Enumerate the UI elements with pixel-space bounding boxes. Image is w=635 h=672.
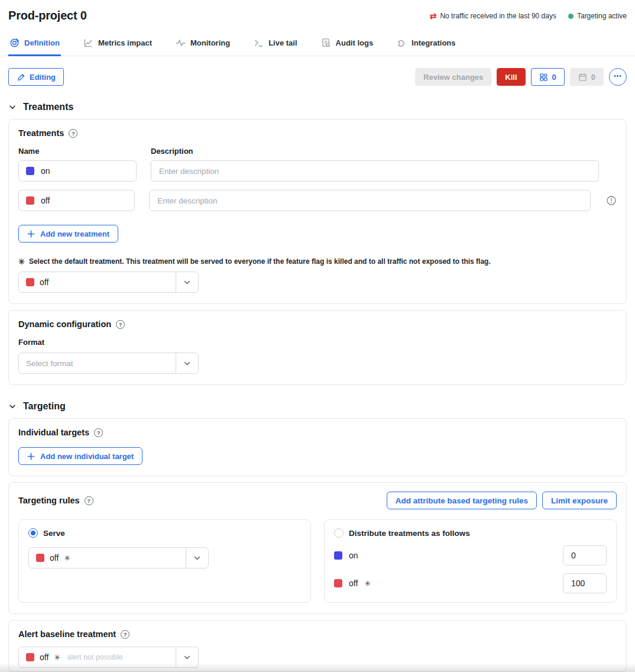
treatment-name-field[interactable] — [18, 160, 137, 182]
select-chevron-zone — [176, 647, 198, 667]
help-icon[interactable]: ? — [69, 129, 77, 138]
targeting-rules-card: Targeting rules ? Add attribute based ta… — [8, 482, 627, 614]
distribute-radio-row[interactable]: Distribute treatments as follows — [334, 528, 607, 538]
default-marker-icon: ✳ — [54, 654, 60, 661]
plus-icon — [27, 453, 35, 460]
treatment-description-input[interactable] — [149, 190, 591, 211]
distribute-treatment-name: off — [349, 579, 358, 588]
distribute-treatment-name: on — [349, 551, 358, 560]
serve-radio-row[interactable]: Serve — [28, 528, 301, 538]
serve-radio[interactable] — [28, 528, 38, 538]
alert-baseline-card: Alert baseline treatment ? off ✳ alert n… — [8, 620, 627, 672]
targeting-rules-title: Targeting rules ? — [18, 496, 93, 505]
feature-flag-definition-page: Prod-project 0 ⇄ No traffic received in … — [0, 0, 635, 672]
treatment-color-swatch — [26, 167, 34, 175]
treatments-card: Treatments ? Name Description — [8, 119, 627, 304]
status-area: ⇄ No traffic received in the last 90 day… — [430, 12, 627, 20]
help-icon[interactable]: ? — [94, 428, 103, 437]
card-title-text: Targeting rules — [18, 496, 80, 505]
distribute-percentage-input[interactable] — [563, 545, 607, 566]
chevron-down-icon — [183, 653, 192, 662]
serve-label: Serve — [43, 529, 65, 538]
terminal-icon — [254, 38, 264, 48]
scheduled-changes-button[interactable]: 0 — [570, 68, 604, 86]
card-title-text: Individual targets — [18, 428, 89, 437]
help-icon[interactable]: ? — [121, 630, 129, 639]
chevron-down-icon — [183, 359, 192, 368]
chevron-down-icon — [193, 554, 202, 563]
review-changes-button[interactable]: Review changes — [415, 68, 491, 86]
help-glyph: ? — [72, 130, 75, 137]
distribute-radio[interactable] — [334, 528, 344, 538]
tab-audit-logs[interactable]: Audit logs — [320, 34, 375, 56]
page-title: Prod-project 0 — [8, 9, 87, 22]
help-icon[interactable]: ? — [85, 496, 93, 505]
add-new-treatment-button[interactable]: Add new treatment — [18, 225, 118, 243]
tab-label: Definition — [24, 38, 60, 47]
help-glyph: ? — [124, 631, 127, 638]
add-new-individual-target-button[interactable]: Add new individual target — [18, 447, 142, 465]
treatment-row — [18, 160, 617, 182]
description-column-header: Description — [151, 147, 193, 156]
grid-icon — [539, 73, 548, 82]
treatment-color-swatch — [334, 551, 342, 560]
add-attribute-rules-button[interactable]: Add attribute based targeting rules — [387, 492, 537, 509]
default-note-text: Select the default treatment. This treat… — [29, 257, 491, 266]
kill-button[interactable]: Kill — [497, 68, 525, 86]
alert-baseline-hint: alert not possible — [67, 653, 170, 661]
treatment-description-input[interactable] — [151, 160, 599, 182]
warning-icon — [606, 195, 617, 206]
select-chevron-zone — [186, 548, 208, 568]
serve-treatment-select[interactable]: off ✳ — [28, 547, 209, 568]
treatment-color-swatch — [26, 278, 34, 286]
help-glyph: ? — [119, 321, 122, 328]
editing-button[interactable]: Editing — [8, 68, 64, 86]
default-treatment-select[interactable]: off — [18, 272, 199, 293]
targeting-status: Targeting active — [568, 12, 627, 20]
limit-exposure-button[interactable]: Limit exposure — [542, 492, 617, 509]
traffic-status: ⇄ No traffic received in the last 90 day… — [430, 12, 556, 20]
distribute-panel: Distribute treatments as follows on off — [324, 519, 617, 603]
tab-definition[interactable]: Definition — [8, 34, 61, 56]
targeting-section-header[interactable]: Targeting — [8, 401, 627, 412]
targeting-rules-actions: Add attribute based targeting rules Limi… — [387, 492, 617, 509]
name-column-header: Name — [18, 147, 137, 156]
default-marker-icon: ✳ — [18, 258, 25, 266]
tab-live-tail[interactable]: Live tail — [252, 34, 298, 56]
toolbar-right-group: Review changes Kill 0 0 ••• — [415, 68, 627, 86]
treatment-name-field[interactable] — [18, 190, 135, 211]
treatment-color-swatch — [26, 196, 34, 205]
dynamic-configuration-card: Dynamic configuration ? Format Select fo… — [8, 310, 627, 385]
more-options-button[interactable]: ••• — [609, 68, 627, 86]
treatment-row — [18, 190, 617, 211]
treatment-color-swatch — [334, 579, 342, 587]
serve-panel: Serve off ✳ — [18, 519, 311, 603]
treatment-color-swatch — [36, 554, 44, 562]
format-select-placeholder: Select format — [26, 359, 170, 368]
distribute-percentage-input[interactable] — [563, 573, 607, 593]
traffic-arrows-icon: ⇄ — [430, 12, 437, 20]
chevron-down-icon — [183, 278, 192, 287]
treatment-name-input[interactable] — [41, 166, 129, 176]
chevron-down-icon — [8, 103, 17, 111]
targeting-rules-header: Targeting rules ? Add attribute based ta… — [18, 492, 617, 509]
treatments-section-header[interactable]: Treatments — [8, 102, 627, 112]
treatment-color-swatch — [26, 653, 34, 661]
tab-label: Monitoring — [190, 38, 230, 47]
treatment-name-input[interactable] — [41, 196, 127, 205]
audit-logs-icon — [321, 38, 331, 48]
tab-integrations[interactable]: Integrations — [396, 34, 456, 56]
pending-changes-button[interactable]: 0 — [531, 68, 565, 86]
target-icon — [9, 38, 20, 48]
alert-baseline-select[interactable]: off ✳ alert not possible — [18, 647, 199, 668]
tab-monitoring[interactable]: Monitoring — [174, 34, 231, 56]
help-icon[interactable]: ? — [116, 320, 125, 329]
line-chart-icon — [83, 38, 93, 48]
tab-label: Live tail — [268, 38, 297, 47]
tab-label: Audit logs — [336, 38, 374, 47]
individual-targets-title: Individual targets ? — [18, 428, 617, 437]
format-select[interactable]: Select format — [18, 353, 199, 374]
tab-metrics-impact[interactable]: Metrics impact — [82, 34, 153, 56]
treatments-column-headers: Name Description — [18, 147, 617, 156]
default-marker-icon: ✳ — [364, 580, 371, 587]
